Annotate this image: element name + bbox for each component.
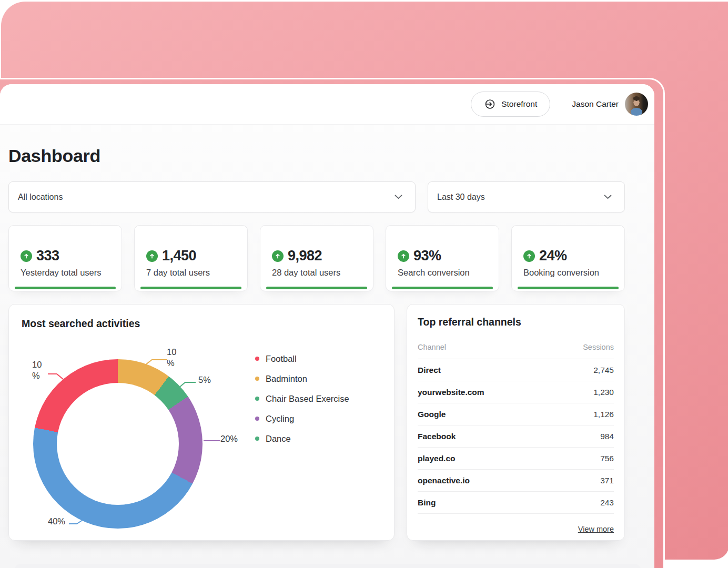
chevron-down-icon: [604, 195, 612, 199]
stat-value: 93%: [413, 248, 441, 264]
channel-cell: yourwebsite.com: [418, 388, 484, 397]
legend-dot-icon: [255, 417, 259, 421]
chart-callout-label: 40%: [48, 516, 65, 527]
channel-cell: Facebook: [418, 432, 456, 441]
channel-cell: openactive.io: [418, 476, 470, 485]
top-bar: Storefront Jason Carter: [0, 84, 654, 125]
date-range-dropdown-value: Last 30 days: [437, 192, 485, 202]
stat-head: 333: [21, 248, 122, 264]
legend-item: Dance: [255, 429, 349, 449]
stat-label: 7 day total users: [146, 268, 247, 278]
up-arrow-icon: [523, 250, 535, 262]
chart-callout-line: [48, 373, 57, 374]
avatar[interactable]: [625, 93, 648, 116]
user-name: Jason Carter: [572, 99, 619, 109]
channel-cell: Bing: [418, 498, 436, 508]
legend-dot-icon: [255, 397, 259, 401]
stat-cards-row: 333 Yesterday total users 1,450 7 day to…: [8, 225, 625, 291]
activities-card-title: Most searched activities: [9, 305, 394, 330]
table-row: openactive.io 371: [418, 470, 614, 492]
top-referral-channels-card: Top referral channels Channel Sessions D…: [407, 304, 625, 541]
referrals-card-title: Top referral channels: [418, 305, 614, 328]
view-more-row: View more: [418, 524, 614, 534]
stat-card: 333 Yesterday total users: [8, 225, 122, 291]
stat-head: 1,450: [146, 248, 247, 264]
table-row: Google 1,126: [418, 403, 614, 425]
stat-card: 9,982 28 day total users: [260, 225, 373, 291]
chart-legend: Football Badminton Chair Based Exercise …: [255, 349, 349, 449]
date-range-dropdown[interactable]: Last 30 days: [428, 181, 625, 212]
sessions-cell: 984: [600, 432, 614, 441]
legend-dot-icon: [255, 377, 259, 381]
next-section-edge: [15, 564, 641, 568]
chart-callout-line: [56, 373, 64, 380]
stat-label: 28 day total users: [272, 268, 373, 278]
location-dropdown[interactable]: All locations: [8, 181, 416, 212]
legend-dot-icon: [255, 357, 259, 361]
up-arrow-icon: [21, 250, 32, 262]
table-row: Facebook 984: [418, 425, 614, 448]
stat-card: 24% Booking conversion: [511, 225, 625, 291]
legend-item: Football: [255, 349, 349, 369]
stat-label: Booking conversion: [523, 268, 624, 278]
view-more-link[interactable]: View more: [578, 525, 614, 533]
legend-item: Chair Based Exercise: [255, 389, 349, 409]
stat-underline: [15, 287, 116, 289]
stat-label: Search conversion: [398, 268, 499, 278]
stat-underline: [392, 287, 493, 289]
channel-cell: Google: [418, 410, 446, 419]
stat-underline: [518, 287, 619, 289]
channel-cell: played.co: [418, 454, 456, 463]
enter-arrow-icon: [484, 98, 496, 110]
chart-callout-label: 10 %: [167, 347, 176, 369]
stat-value: 1,450: [162, 248, 196, 264]
legend-item: Cycling: [255, 409, 349, 429]
up-arrow-icon: [146, 250, 158, 262]
legend-label: Football: [266, 354, 297, 364]
stat-value: 9,982: [288, 248, 322, 264]
sessions-column-header: Sessions: [583, 343, 614, 351]
sessions-cell: 1,230: [593, 388, 614, 397]
sessions-cell: 1,126: [593, 410, 614, 419]
table-header: Channel Sessions: [418, 343, 614, 359]
content-area: Dashboard All locations Last 30 days: [0, 125, 654, 541]
chart-callout-label: 20%: [220, 433, 238, 444]
chart-callout-line: [185, 382, 196, 383]
dashboard-window: Storefront Jason Carter Dashboard All lo…: [0, 84, 654, 568]
sessions-cell: 243: [600, 498, 614, 508]
up-arrow-icon: [272, 250, 284, 262]
location-dropdown-value: All locations: [18, 192, 63, 202]
legend-label: Dance: [266, 434, 291, 444]
storefront-button[interactable]: Storefront: [471, 92, 550, 117]
chart-callout-line: [204, 440, 220, 441]
main-cards-row: Most searched activities 10 %10 %5%20%40…: [8, 304, 625, 541]
page-title: Dashboard: [8, 144, 625, 167]
stat-value: 333: [36, 248, 59, 264]
stat-value: 24%: [539, 248, 567, 264]
filters-row: All locations Last 30 days: [8, 181, 625, 212]
table-row: Bing 243: [418, 492, 614, 514]
table-row: Direct 2,745: [418, 359, 614, 381]
legend-item: Badminton: [255, 369, 349, 389]
legend-label: Cycling: [266, 414, 294, 424]
stat-head: 9,982: [272, 248, 373, 264]
stat-card: 1,450 7 day total users: [134, 225, 248, 291]
chart-callout-label: 5%: [198, 374, 211, 386]
activities-donut-chart: [33, 359, 203, 529]
channel-column-header: Channel: [418, 343, 446, 351]
storefront-label: Storefront: [501, 99, 537, 109]
table-row: yourwebsite.com 1,230: [418, 381, 614, 403]
stat-underline: [266, 287, 367, 289]
channel-cell: Direct: [418, 366, 441, 375]
chart-callout-line: [145, 359, 153, 366]
sessions-cell: 371: [600, 476, 614, 485]
stat-card: 93% Search conversion: [386, 225, 499, 291]
sessions-cell: 756: [600, 454, 614, 463]
stat-underline: [140, 287, 241, 289]
chevron-down-icon: [395, 195, 402, 199]
up-arrow-icon: [398, 250, 409, 262]
chart-callout-line: [152, 359, 167, 360]
sessions-cell: 2,745: [593, 366, 614, 375]
chart-callout-label: 10 %: [32, 359, 42, 381]
most-searched-activities-card: Most searched activities 10 %10 %5%20%40…: [8, 304, 395, 541]
